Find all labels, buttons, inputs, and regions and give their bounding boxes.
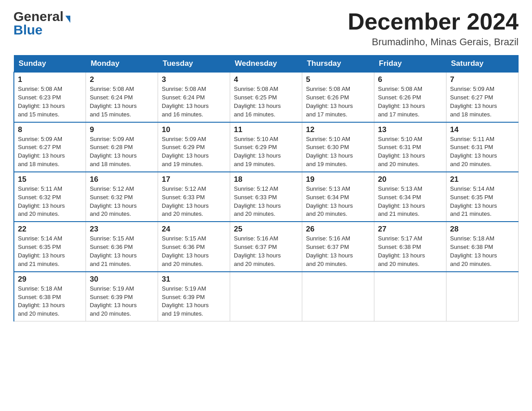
day-number: 14 [450, 125, 515, 134]
day-info: Sunrise: 5:10 AMSunset: 6:30 PMDaylight:… [306, 136, 353, 168]
day-number: 20 [378, 175, 442, 184]
day-number: 19 [306, 175, 370, 184]
day-info: Sunrise: 5:12 AMSunset: 6:33 PMDaylight:… [162, 185, 209, 218]
day-number: 7 [450, 75, 515, 84]
week-row-5: 29 Sunrise: 5:18 AMSunset: 6:38 PMDaylig… [14, 272, 519, 321]
day-number: 29 [18, 275, 82, 284]
calendar-cell: 29 Sunrise: 5:18 AMSunset: 6:38 PMDaylig… [14, 272, 86, 321]
day-info: Sunrise: 5:18 AMSunset: 6:38 PMDaylight:… [450, 235, 497, 267]
day-info: Sunrise: 5:08 AMSunset: 6:26 PMDaylight:… [306, 86, 353, 118]
day-number: 2 [90, 75, 154, 84]
day-info: Sunrise: 5:19 AMSunset: 6:39 PMDaylight:… [162, 285, 209, 317]
calendar-cell: 28 Sunrise: 5:18 AMSunset: 6:38 PMDaylig… [446, 222, 519, 271]
day-info: Sunrise: 5:16 AMSunset: 6:37 PMDaylight:… [306, 235, 353, 267]
day-info: Sunrise: 5:11 AMSunset: 6:32 PMDaylight:… [18, 185, 65, 218]
day-info: Sunrise: 5:17 AMSunset: 6:38 PMDaylight:… [378, 235, 425, 267]
calendar-cell [446, 272, 519, 321]
col-header-tuesday: Tuesday [158, 56, 230, 73]
month-title: December 2024 [348, 9, 519, 34]
day-number: 16 [90, 175, 154, 184]
calendar-cell: 21 Sunrise: 5:14 AMSunset: 6:35 PMDaylig… [446, 172, 519, 222]
calendar-cell: 11 Sunrise: 5:10 AMSunset: 6:29 PMDaylig… [230, 122, 302, 172]
week-row-4: 22 Sunrise: 5:14 AMSunset: 6:35 PMDaylig… [14, 222, 519, 271]
day-number: 21 [450, 175, 515, 184]
day-info: Sunrise: 5:13 AMSunset: 6:34 PMDaylight:… [306, 185, 353, 218]
calendar-cell: 9 Sunrise: 5:09 AMSunset: 6:28 PMDayligh… [86, 122, 158, 172]
calendar-cell: 15 Sunrise: 5:11 AMSunset: 6:32 PMDaylig… [14, 172, 86, 222]
logo-triangle-icon [65, 16, 70, 23]
col-header-saturday: Saturday [446, 56, 519, 73]
day-number: 30 [90, 275, 154, 284]
calendar-cell [374, 272, 446, 321]
day-info: Sunrise: 5:19 AMSunset: 6:39 PMDaylight:… [90, 285, 137, 317]
day-info: Sunrise: 5:14 AMSunset: 6:35 PMDaylight:… [18, 235, 65, 267]
calendar-cell [230, 272, 302, 321]
day-number: 3 [162, 75, 226, 84]
logo-general-text: General [13, 9, 64, 24]
day-number: 10 [162, 125, 226, 134]
logo-general-row: General [13, 9, 70, 24]
page-header: General Blue December 2024 Brumadinho, M… [13, 9, 519, 48]
calendar-cell: 14 Sunrise: 5:11 AMSunset: 6:31 PMDaylig… [446, 122, 519, 172]
calendar-table: SundayMondayTuesdayWednesdayThursdayFrid… [13, 55, 519, 321]
day-info: Sunrise: 5:09 AMSunset: 6:27 PMDaylight:… [18, 136, 65, 168]
day-info: Sunrise: 5:14 AMSunset: 6:35 PMDaylight:… [450, 185, 497, 218]
day-number: 12 [306, 125, 370, 134]
logo-blue-text: Blue [13, 22, 43, 38]
calendar-cell: 23 Sunrise: 5:15 AMSunset: 6:36 PMDaylig… [86, 222, 158, 271]
day-number: 28 [450, 225, 515, 234]
week-row-1: 1 Sunrise: 5:08 AMSunset: 6:23 PMDayligh… [14, 72, 519, 122]
day-number: 25 [234, 225, 298, 234]
day-info: Sunrise: 5:08 AMSunset: 6:23 PMDaylight:… [18, 86, 65, 118]
title-block: December 2024 Brumadinho, Minas Gerais, … [348, 9, 519, 48]
week-row-3: 15 Sunrise: 5:11 AMSunset: 6:32 PMDaylig… [14, 172, 519, 222]
day-number: 24 [162, 225, 226, 234]
calendar-cell: 25 Sunrise: 5:16 AMSunset: 6:37 PMDaylig… [230, 222, 302, 271]
day-number: 22 [18, 225, 82, 234]
calendar-cell [302, 272, 374, 321]
calendar-cell: 13 Sunrise: 5:10 AMSunset: 6:31 PMDaylig… [374, 122, 446, 172]
calendar-cell: 20 Sunrise: 5:13 AMSunset: 6:34 PMDaylig… [374, 172, 446, 222]
calendar-header-row: SundayMondayTuesdayWednesdayThursdayFrid… [14, 56, 519, 73]
calendar-cell: 5 Sunrise: 5:08 AMSunset: 6:26 PMDayligh… [302, 72, 374, 122]
day-number: 11 [234, 125, 298, 134]
day-info: Sunrise: 5:08 AMSunset: 6:24 PMDaylight:… [162, 86, 209, 118]
day-info: Sunrise: 5:13 AMSunset: 6:34 PMDaylight:… [378, 185, 425, 218]
day-info: Sunrise: 5:12 AMSunset: 6:32 PMDaylight:… [90, 185, 137, 218]
day-info: Sunrise: 5:15 AMSunset: 6:36 PMDaylight:… [90, 235, 137, 267]
col-header-wednesday: Wednesday [230, 56, 302, 73]
calendar-cell: 1 Sunrise: 5:08 AMSunset: 6:23 PMDayligh… [14, 72, 86, 122]
day-number: 15 [18, 175, 82, 184]
day-number: 18 [234, 175, 298, 184]
day-number: 31 [162, 275, 226, 284]
calendar-cell: 12 Sunrise: 5:10 AMSunset: 6:30 PMDaylig… [302, 122, 374, 172]
day-info: Sunrise: 5:15 AMSunset: 6:36 PMDaylight:… [162, 235, 209, 267]
day-info: Sunrise: 5:10 AMSunset: 6:29 PMDaylight:… [234, 136, 281, 168]
col-header-friday: Friday [374, 56, 446, 73]
logo: General Blue [13, 9, 70, 38]
day-number: 6 [378, 75, 442, 84]
day-info: Sunrise: 5:11 AMSunset: 6:31 PMDaylight:… [450, 136, 497, 168]
day-info: Sunrise: 5:09 AMSunset: 6:27 PMDaylight:… [450, 86, 497, 118]
day-number: 9 [90, 125, 154, 134]
day-number: 13 [378, 125, 442, 134]
calendar-cell: 24 Sunrise: 5:15 AMSunset: 6:36 PMDaylig… [158, 222, 230, 271]
calendar-cell: 17 Sunrise: 5:12 AMSunset: 6:33 PMDaylig… [158, 172, 230, 222]
col-header-sunday: Sunday [14, 56, 86, 73]
calendar-cell: 31 Sunrise: 5:19 AMSunset: 6:39 PMDaylig… [158, 272, 230, 321]
day-info: Sunrise: 5:08 AMSunset: 6:26 PMDaylight:… [378, 86, 425, 118]
week-row-2: 8 Sunrise: 5:09 AMSunset: 6:27 PMDayligh… [14, 122, 519, 172]
day-info: Sunrise: 5:08 AMSunset: 6:24 PMDaylight:… [90, 86, 137, 118]
calendar-cell: 27 Sunrise: 5:17 AMSunset: 6:38 PMDaylig… [374, 222, 446, 271]
calendar-cell: 16 Sunrise: 5:12 AMSunset: 6:32 PMDaylig… [86, 172, 158, 222]
day-number: 17 [162, 175, 226, 184]
calendar-cell: 7 Sunrise: 5:09 AMSunset: 6:27 PMDayligh… [446, 72, 519, 122]
day-info: Sunrise: 5:18 AMSunset: 6:38 PMDaylight:… [18, 285, 65, 317]
day-number: 4 [234, 75, 298, 84]
calendar-cell: 19 Sunrise: 5:13 AMSunset: 6:34 PMDaylig… [302, 172, 374, 222]
day-info: Sunrise: 5:16 AMSunset: 6:37 PMDaylight:… [234, 235, 281, 267]
day-info: Sunrise: 5:12 AMSunset: 6:33 PMDaylight:… [234, 185, 281, 218]
location-title: Brumadinho, Minas Gerais, Brazil [348, 36, 519, 48]
calendar-cell: 26 Sunrise: 5:16 AMSunset: 6:37 PMDaylig… [302, 222, 374, 271]
day-number: 5 [306, 75, 370, 84]
